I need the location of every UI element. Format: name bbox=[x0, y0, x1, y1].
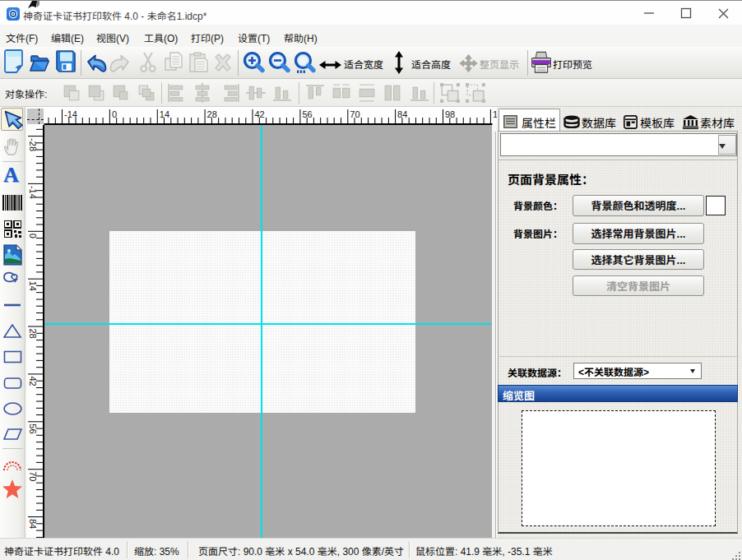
svg-text:112: 112 bbox=[493, 109, 497, 120]
svg-text:-14: -14 bbox=[64, 109, 77, 120]
svg-text:-14: -14 bbox=[27, 186, 40, 199]
svg-text:0: 0 bbox=[112, 109, 117, 120]
svg-text:0: 0 bbox=[27, 234, 40, 238]
